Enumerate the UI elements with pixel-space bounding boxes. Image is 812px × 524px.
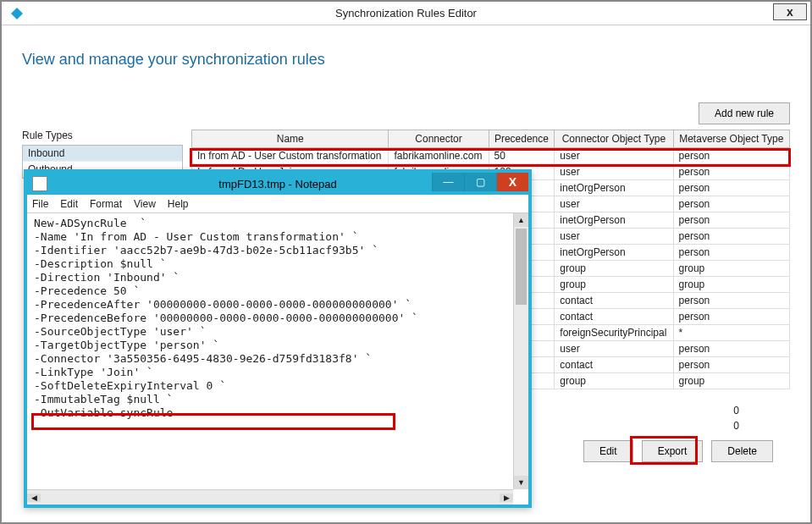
cell-cot: contact: [555, 293, 673, 309]
menu-help[interactable]: Help: [168, 198, 189, 210]
scroll-thumb[interactable]: [516, 229, 527, 305]
cell-cot: group: [555, 261, 673, 277]
scroll-left-icon[interactable]: ◀: [27, 494, 41, 502]
cell-mot: person: [673, 212, 789, 229]
cell-cot: user: [555, 148, 673, 164]
cell-mot: *: [673, 325, 789, 341]
cell-cot: contact: [555, 357, 673, 373]
notepad-close-button[interactable]: X: [496, 173, 528, 191]
cell-cot: group: [555, 277, 673, 293]
minimize-button[interactable]: —: [432, 173, 464, 191]
notepad-window-buttons: — ▢ X: [432, 173, 528, 191]
cell-cot: inetOrgPerson: [555, 180, 673, 196]
window-title: Synchronization Rules Editor: [2, 7, 810, 19]
cell-cot: user: [555, 164, 673, 180]
page-title: View and manage your synchronization rul…: [22, 51, 790, 69]
cell-mot: person: [673, 341, 789, 357]
cell-cot: foreignSecurityPrincipal: [555, 325, 673, 341]
col-name[interactable]: Name: [192, 130, 389, 148]
add-new-rule-button[interactable]: Add new rule: [699, 102, 790, 124]
col-mot[interactable]: Metaverse Object Type: [673, 130, 789, 148]
notepad-body: New-ADSyncRule ` -Name 'In from AD - Use…: [27, 213, 528, 505]
col-connector[interactable]: Connector: [389, 130, 489, 148]
cell-name: In from AD - User Custom transformation: [192, 148, 389, 164]
scrollbar-horizontal[interactable]: ◀ ▶: [27, 489, 513, 505]
scroll-up-icon[interactable]: ▲: [514, 213, 528, 227]
menu-view[interactable]: View: [134, 198, 156, 210]
cell-mot: group: [673, 277, 789, 293]
edit-button[interactable]: Edit: [583, 440, 633, 462]
cell-mot: person: [673, 245, 789, 261]
scroll-down-icon[interactable]: ▼: [514, 476, 528, 489]
export-button[interactable]: Export: [642, 440, 704, 462]
toolbar: Add new rule: [22, 102, 790, 124]
notepad-title-bar[interactable]: tmpFD13.tmp - Notepad — ▢ X: [27, 173, 528, 195]
cell-mot: person: [673, 357, 789, 373]
cell-mot: person: [673, 309, 789, 325]
col-precedence[interactable]: Precedence: [489, 130, 555, 148]
cell-cot: contact: [555, 309, 673, 325]
cell-cot: inetOrgPerson: [555, 245, 673, 261]
scrollbar-vertical[interactable]: ▲ ▼: [513, 213, 528, 489]
cell-mot: person: [673, 180, 789, 196]
scroll-right-icon[interactable]: ▶: [500, 494, 513, 502]
table-row[interactable]: In from AD - User Custom transformationf…: [192, 148, 790, 164]
app-window: Synchronization Rules Editor x View and …: [0, 0, 812, 524]
cell-mot: group: [673, 373, 789, 389]
cell-cot: user: [555, 229, 673, 245]
notepad-window[interactable]: tmpFD13.tmp - Notepad — ▢ X File Edit Fo…: [24, 169, 532, 508]
cell-cot: group: [555, 373, 673, 389]
rule-type-inbound[interactable]: Inbound: [23, 146, 182, 162]
title-bar: Synchronization Rules Editor x: [2, 2, 810, 25]
rule-types-label: Rule Types: [22, 130, 183, 141]
cell-connector: fabrikamonline.com: [389, 148, 489, 164]
notepad-text[interactable]: New-ADSyncRule ` -Name 'In from AD - Use…: [27, 213, 528, 489]
close-button[interactable]: x: [773, 3, 807, 20]
col-cot[interactable]: Connector Object Type: [555, 130, 673, 148]
cell-cot: user: [555, 341, 673, 357]
cell-mot: person: [673, 229, 789, 245]
cell-mot: person: [673, 293, 789, 309]
menu-file[interactable]: File: [32, 198, 48, 210]
maximize-button[interactable]: ▢: [464, 173, 496, 191]
cell-mot: group: [673, 261, 789, 277]
delete-button[interactable]: Delete: [711, 440, 773, 462]
cell-cot: user: [555, 196, 673, 212]
cell-mot: person: [673, 196, 789, 212]
cell-mot: person: [673, 148, 789, 164]
cell-mot: person: [673, 164, 789, 180]
cell-cot: inetOrgPerson: [555, 212, 673, 229]
menu-format[interactable]: Format: [90, 198, 122, 210]
export-button-box: Export: [633, 440, 704, 462]
cell-precedence: 50: [489, 148, 555, 164]
menu-edit[interactable]: Edit: [60, 198, 78, 210]
notepad-menu-bar: File Edit Format View Help: [27, 195, 528, 213]
